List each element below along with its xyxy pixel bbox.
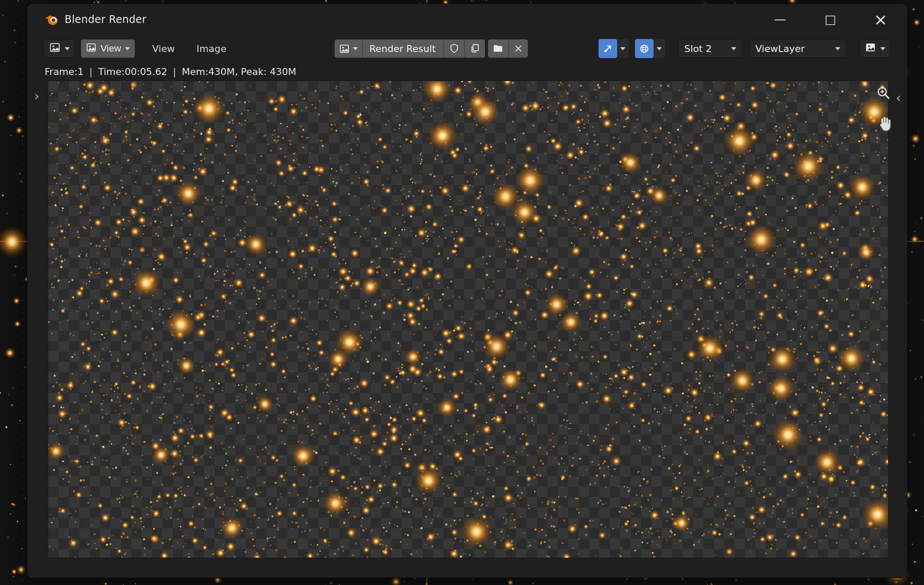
- stat-separator: |: [89, 66, 92, 77]
- display-mode-label: View: [101, 43, 121, 54]
- stat-time: Time:00:05.62: [98, 66, 167, 77]
- chevron-down-icon: [65, 47, 70, 50]
- display-mode-dropdown[interactable]: View: [81, 39, 135, 58]
- stat-separator: |: [173, 66, 176, 77]
- window-title: Blender Render: [65, 13, 146, 26]
- image-editor-header: View View Image Render Result: [27, 35, 907, 62]
- minimize-button[interactable]: —: [771, 13, 789, 26]
- render-pass-icon: [865, 42, 876, 56]
- stat-frame: Frame:1: [45, 66, 84, 77]
- fake-user-shield-button[interactable]: [443, 39, 464, 58]
- gizmos-dropdown[interactable]: [599, 39, 629, 58]
- open-image-folder-button[interactable]: [488, 39, 508, 58]
- image-file-pill: [488, 39, 528, 58]
- chevron-down-icon: [620, 47, 625, 50]
- slot-dropdown[interactable]: Slot 2: [678, 39, 742, 58]
- view-mode-icon: [86, 42, 97, 55]
- viewlayer-label: ViewLayer: [755, 43, 805, 54]
- render-pass-dropdown[interactable]: [859, 39, 891, 58]
- chevron-down-icon: [731, 47, 736, 50]
- unlink-image-button[interactable]: [508, 39, 528, 58]
- window-controls: — □ ×: [771, 11, 907, 28]
- panel-toggle-left[interactable]: ›: [34, 90, 39, 103]
- chevron-down-icon: [125, 47, 130, 50]
- editor-type-dropdown[interactable]: [44, 39, 75, 58]
- render-result-image[interactable]: [48, 81, 888, 558]
- slot-label: Slot 2: [684, 43, 712, 54]
- render-stats: Frame:1 | Time:00:05.62 | Mem:430M, Peak…: [27, 62, 907, 81]
- pan-hand-gizmo[interactable]: [874, 114, 894, 134]
- chevron-down-icon: [835, 47, 840, 50]
- zoom-gizmo[interactable]: [873, 83, 893, 103]
- browse-image-button[interactable]: [335, 39, 362, 58]
- render-result-view[interactable]: [48, 81, 888, 558]
- overlay-sphere-icon: [635, 39, 654, 58]
- image-datablock-pill: Render Result: [335, 39, 485, 58]
- header-right-group: Slot 2 ViewLayer: [599, 39, 891, 58]
- image-editor-icon: [49, 42, 61, 56]
- panel-toggle-right[interactable]: ‹: [896, 91, 901, 104]
- window-titlebar[interactable]: Blender Render — □ ×: [27, 4, 907, 35]
- duplicate-image-button[interactable]: [464, 39, 485, 58]
- blender-render-window: Blender Render — □ × View View Im: [27, 3, 908, 578]
- datablock-group: Render Result: [335, 39, 528, 58]
- chevron-down-icon: [353, 47, 358, 50]
- gizmo-arrow-icon: [599, 39, 617, 58]
- image-name-field[interactable]: Render Result: [362, 39, 443, 58]
- chevron-down-icon: [657, 47, 662, 50]
- viewlayer-dropdown[interactable]: ViewLayer: [749, 39, 846, 58]
- close-button[interactable]: ×: [872, 11, 890, 28]
- blender-logo-icon: [44, 12, 59, 27]
- menu-image[interactable]: Image: [194, 40, 229, 58]
- maximize-button[interactable]: □: [821, 13, 839, 26]
- overlays-dropdown[interactable]: [635, 39, 665, 58]
- menu-view[interactable]: View: [150, 40, 177, 58]
- header-left-group: View View Image: [44, 39, 229, 58]
- stat-memory: Mem:430M, Peak: 430M: [182, 66, 296, 77]
- chevron-down-icon: [880, 47, 885, 50]
